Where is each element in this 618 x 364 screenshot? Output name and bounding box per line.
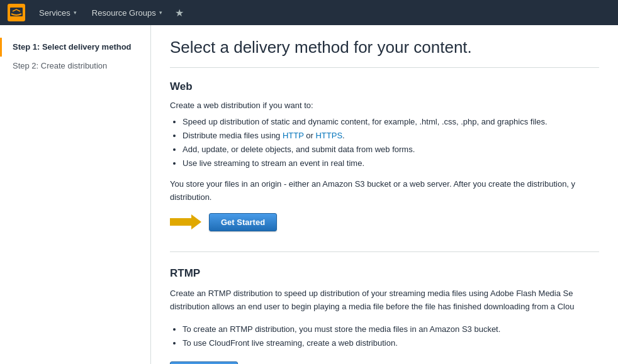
arrow-indicator (170, 213, 201, 231)
arrow-icon (170, 213, 201, 231)
star-icon: ★ (175, 8, 184, 18)
web-section: Web Create a web distribution if you wan… (170, 80, 599, 252)
content-area: Select a delivery method for your conten… (151, 25, 618, 364)
list-item: Add, update, or delete objects, and subm… (183, 143, 599, 157)
rtmp-section: RTMP Create an RTMP distribution to spee… (170, 267, 599, 364)
web-get-started-wrapper: Get Started (170, 213, 599, 231)
web-get-started-label: Get Started (221, 218, 265, 227)
rtmp-section-list: To create an RTMP distribution, you must… (183, 323, 599, 350)
resource-groups-menu-button[interactable]: Resource Groups ▾ (86, 3, 169, 23)
web-section-body: You store your files in an origin - eith… (170, 178, 599, 204)
sidebar-step-1-label: Step 1: Select delivery method (13, 42, 132, 52)
page-title: Select a delivery method for your conten… (170, 38, 599, 68)
svg-marker-1 (170, 214, 201, 229)
bookmarks-button[interactable]: ★ (171, 4, 188, 21)
list-item: Distribute media files using HTTP or HTT… (183, 129, 599, 143)
aws-logo[interactable] (6, 3, 26, 23)
rtmp-get-started-button[interactable]: Get Started (170, 361, 238, 364)
web-section-title: Web (170, 80, 599, 93)
rtmp-section-title: RTMP (170, 267, 599, 280)
web-get-started-button[interactable]: Get Started (209, 213, 277, 231)
https-link[interactable]: HTTPS (315, 131, 342, 140)
services-label: Services (39, 8, 70, 18)
services-menu-button[interactable]: Services ▾ (33, 3, 83, 23)
sidebar-step-2[interactable]: Step 2: Create distribution (0, 57, 150, 75)
list-item: To use CloudFront live streaming, create… (183, 336, 599, 350)
aws-logo-icon (9, 6, 23, 19)
sidebar: Step 1: Select delivery method Step 2: C… (0, 25, 151, 364)
rtmp-section-body: Create an RTMP distribution to speed up … (170, 287, 599, 314)
services-chevron-icon: ▾ (74, 9, 77, 16)
web-section-list: Speed up distribution of static and dyna… (183, 115, 599, 170)
list-item: To create an RTMP distribution, you must… (183, 323, 599, 336)
list-item: Use live streaming to stream an event in… (183, 157, 599, 170)
resource-groups-label: Resource Groups (92, 8, 156, 18)
list-item: Speed up distribution of static and dyna… (183, 115, 599, 129)
sidebar-step-1[interactable]: Step 1: Select delivery method (0, 38, 150, 57)
web-section-intro: Create a web distribution if you want to… (170, 101, 599, 110)
sidebar-step-2-label: Step 2: Create distribution (13, 61, 107, 70)
resource-groups-chevron-icon: ▾ (159, 9, 162, 16)
top-navigation: Services ▾ Resource Groups ▾ ★ (0, 0, 618, 25)
http-link[interactable]: HTTP (283, 131, 304, 140)
main-layout: Step 1: Select delivery method Step 2: C… (0, 25, 618, 364)
